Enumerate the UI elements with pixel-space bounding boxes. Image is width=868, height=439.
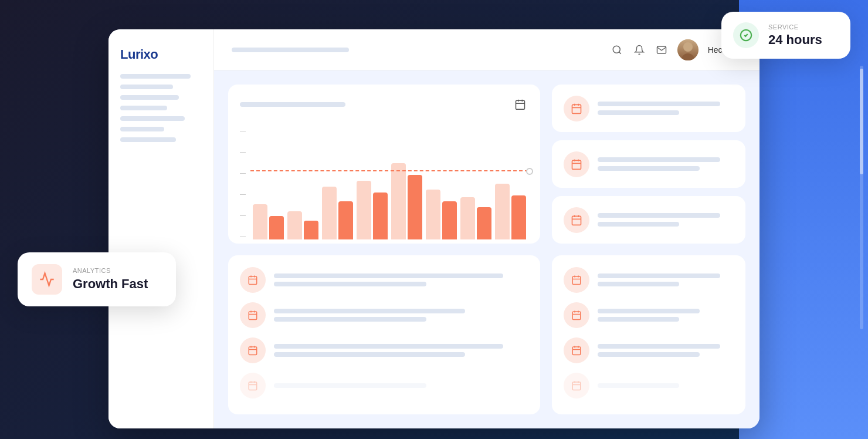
notification-icon[interactable]	[633, 43, 646, 56]
bar-light	[253, 204, 267, 239]
list-item	[564, 373, 734, 399]
y-label: —	[240, 212, 246, 218]
bottom-right-panel	[552, 255, 745, 414]
bar-group	[253, 204, 284, 239]
bars-inner	[250, 128, 528, 239]
svg-rect-9	[572, 160, 581, 169]
sidebar-item[interactable]	[120, 127, 164, 131]
bar-dark	[408, 175, 422, 239]
list-item	[564, 337, 734, 363]
card-line	[274, 383, 426, 388]
card-line	[274, 273, 503, 278]
sidebar-item[interactable]	[120, 74, 191, 79]
card-line	[598, 213, 720, 218]
list-item	[240, 302, 528, 328]
list-lines	[274, 344, 528, 357]
card-line	[274, 317, 426, 322]
main-content: — — — — — —	[214, 70, 760, 428]
card-line	[598, 309, 700, 313]
avatar	[677, 39, 699, 60]
svg-rect-13	[572, 216, 581, 225]
list-lines	[598, 383, 734, 388]
chart-area: — — — — — —	[240, 122, 528, 239]
right-panel	[552, 85, 745, 244]
bar-dark	[477, 207, 491, 239]
list-lines	[598, 309, 734, 322]
sidebar-item[interactable]	[120, 137, 176, 142]
card-lines	[598, 213, 734, 227]
svg-rect-25	[249, 347, 257, 355]
chart-card: — — — — — —	[228, 85, 540, 244]
header-search-bar	[232, 48, 349, 52]
svg-point-0	[613, 46, 620, 53]
service-text: SERVICE 24 hours	[768, 23, 822, 48]
card-line	[274, 309, 465, 313]
bar-light	[322, 187, 337, 239]
card-line	[598, 383, 679, 388]
bar-group	[322, 187, 353, 239]
bar-light	[391, 163, 406, 239]
card-line	[598, 273, 720, 278]
header: Hector S.	[214, 29, 760, 70]
bar-group	[357, 181, 388, 239]
bar-light	[287, 211, 302, 239]
info-card-2	[552, 140, 745, 188]
bottom-left-panel	[228, 255, 540, 414]
calendar-icon-wrap	[564, 302, 589, 328]
scrollbar-track	[860, 66, 863, 329]
sidebar-nav	[120, 74, 202, 142]
card-line	[598, 157, 720, 162]
list-item	[240, 337, 528, 363]
calendar-icon-wrap	[240, 373, 266, 399]
calendar-icon-wrap	[564, 373, 589, 399]
service-label: SERVICE	[768, 23, 822, 31]
scrollbar-thumb	[860, 69, 863, 174]
svg-rect-17	[249, 276, 257, 285]
sidebar-item[interactable]	[120, 85, 173, 89]
logo: Lurixo	[120, 47, 202, 62]
dashed-reference-line	[250, 170, 528, 171]
bar-dark	[511, 195, 526, 239]
analytics-title: Growth Fast	[73, 276, 148, 292]
list-item	[240, 267, 528, 293]
svg-rect-45	[572, 382, 581, 390]
analytics-floating-card: ANALYTICS Growth Fast	[18, 252, 176, 306]
card-line	[274, 344, 503, 349]
card-lines	[598, 102, 734, 115]
svg-rect-33	[572, 276, 581, 285]
card-line	[598, 317, 679, 322]
bar-dark	[373, 193, 388, 239]
list-lines	[274, 383, 528, 388]
sidebar-item[interactable]	[120, 116, 185, 121]
bar-dark	[442, 201, 457, 239]
bar-light	[460, 197, 475, 239]
service-floating-card: SERVICE 24 hours	[721, 12, 850, 59]
list-lines	[274, 309, 528, 322]
card-line	[598, 352, 700, 357]
bar-dark	[304, 221, 318, 239]
calendar-icon-wrap	[564, 267, 589, 293]
bar-group	[460, 197, 491, 239]
list-lines	[598, 344, 734, 357]
chart-calendar-icon[interactable]	[512, 96, 528, 113]
analytics-label: ANALYTICS	[73, 267, 148, 274]
bar-light	[426, 190, 440, 239]
card-line	[598, 166, 700, 171]
search-icon[interactable]	[611, 43, 623, 56]
bar-light	[495, 184, 510, 239]
sidebar: Lurixo	[108, 29, 214, 428]
service-value: 24 hours	[768, 32, 822, 48]
mail-icon[interactable]	[655, 43, 668, 56]
y-label: —	[240, 170, 246, 176]
sidebar-item[interactable]	[120, 106, 167, 110]
bar-group	[391, 163, 422, 239]
service-icon-wrap	[733, 22, 759, 48]
sidebar-item[interactable]	[120, 95, 179, 100]
analytics-text: ANALYTICS Growth Fast	[73, 267, 148, 292]
svg-rect-5	[572, 104, 581, 113]
info-card-3	[552, 196, 745, 244]
analytics-icon-wrap	[32, 264, 62, 295]
bar-group	[287, 211, 318, 239]
calendar-icon-wrap	[240, 302, 266, 328]
card-line	[598, 110, 679, 115]
